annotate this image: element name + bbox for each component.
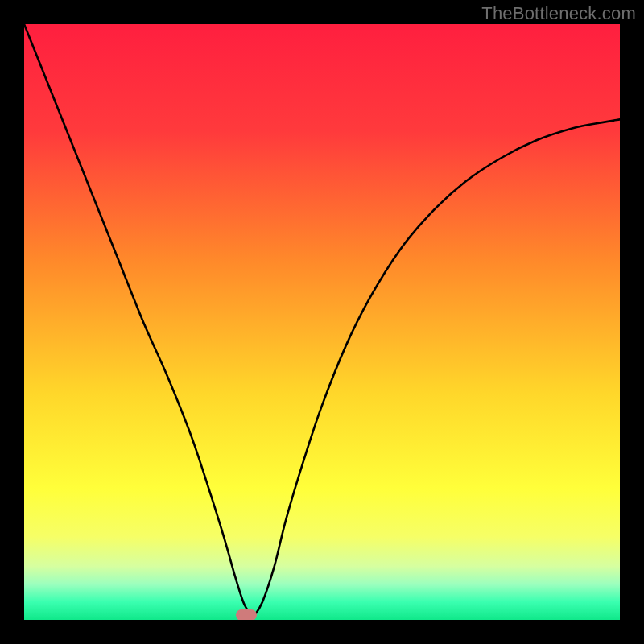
chart-frame: TheBottleneck.com — [0, 0, 644, 644]
optimal-marker — [236, 609, 257, 620]
watermark-text: TheBottleneck.com — [481, 3, 636, 24]
bottleneck-curve — [24, 24, 620, 620]
plot-area — [24, 24, 620, 620]
